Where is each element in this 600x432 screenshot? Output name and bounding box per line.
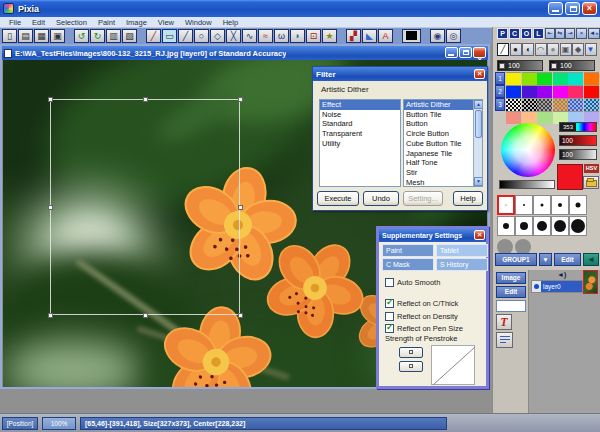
layer-visible-icon[interactable]: [534, 284, 539, 289]
menu-file[interactable]: File: [4, 18, 26, 27]
palette-color[interactable]: [537, 98, 552, 111]
execute-button[interactable]: Execute: [317, 191, 359, 206]
tab-s-history[interactable]: S History: [436, 258, 488, 271]
menu-edit[interactable]: Edit: [27, 18, 50, 27]
close-button[interactable]: ×: [582, 2, 597, 15]
brush-size-cell[interactable]: [515, 195, 533, 215]
palette-color[interactable]: [506, 111, 521, 124]
group-dropdown-arrow-icon[interactable]: ▼: [539, 253, 552, 266]
category-item[interactable]: Effect: [320, 100, 400, 110]
penstroke-decrease-button[interactable]: [399, 347, 423, 358]
group-collapse-icon[interactable]: ◄: [583, 253, 599, 266]
menu-window[interactable]: Window: [180, 18, 217, 27]
layer-thumbnail[interactable]: [583, 270, 598, 294]
filter-list[interactable]: Artistic DitherButton TileButtonCircle B…: [403, 99, 483, 187]
brush-size-cell[interactable]: [497, 216, 515, 236]
brush-size-cell[interactable]: [569, 216, 587, 236]
selection-handle[interactable]: [143, 97, 148, 102]
text-layer-icon[interactable]: T: [496, 314, 512, 330]
ink-drop-button[interactable]: ◗: [290, 29, 305, 43]
filter-item[interactable]: Japanese Tile: [404, 149, 473, 159]
deselect-button[interactable]: ╳: [226, 29, 241, 43]
mode-tab-l[interactable]: L: [533, 28, 544, 39]
mode-tab-p[interactable]: P: [497, 28, 508, 39]
draw-polygon-button[interactable]: ◇: [210, 29, 225, 43]
selection-handle[interactable]: [48, 97, 53, 102]
mode-tab-o[interactable]: O: [521, 28, 532, 39]
layer-value-box[interactable]: [496, 300, 526, 312]
palette-tab-1[interactable]: 1: [495, 72, 505, 85]
thickness-field[interactable]: 100: [497, 60, 543, 71]
document-title-bar[interactable]: E:\WA_TestFiles\Images\800-132_3215_RJ.j…: [2, 46, 488, 60]
brush-size-cell[interactable]: [551, 216, 569, 236]
density-field[interactable]: 100: [549, 60, 595, 71]
layer-row[interactable]: layer0: [531, 280, 583, 293]
supp-close-icon[interactable]: ×: [474, 230, 485, 240]
palette-color[interactable]: [522, 72, 537, 85]
undo-button[interactable]: Undo: [363, 191, 399, 206]
curve-select-button[interactable]: ∿: [242, 29, 257, 43]
save-file-button[interactable]: ▦: [34, 29, 49, 43]
filter-item[interactable]: Button Tile: [404, 110, 473, 120]
doc-restore-button[interactable]: [459, 47, 472, 58]
selection-handle[interactable]: [143, 313, 148, 318]
selection-rectangle[interactable]: [50, 99, 240, 315]
checkbox[interactable]: [385, 312, 394, 321]
s-curve-button[interactable]: ≈: [258, 29, 273, 43]
layer-list-icon[interactable]: [496, 332, 513, 348]
palette-tab-3[interactable]: 3: [495, 98, 505, 111]
filter-item[interactable]: Mesh: [404, 178, 473, 187]
supp-dialog-title-bar[interactable]: Supplementary Settings: [379, 229, 486, 242]
palette-color[interactable]: [568, 85, 583, 98]
layer-image-button[interactable]: Image: [496, 272, 526, 284]
saturation-bar[interactable]: 100: [559, 135, 597, 146]
palette-color[interactable]: [584, 85, 599, 98]
palette-color[interactable]: [553, 98, 568, 111]
copy-stamp-button[interactable]: ▣: [560, 43, 572, 56]
text-tool-button[interactable]: A: [378, 29, 393, 43]
new-file-button[interactable]: ▯: [2, 29, 17, 43]
minimize-button[interactable]: [548, 2, 563, 15]
copy-button[interactable]: ▥: [106, 29, 121, 43]
category-item[interactable]: Standard: [320, 119, 400, 129]
filter-close-icon[interactable]: ×: [474, 69, 485, 79]
filter-list-scrollbar[interactable]: ▲ ▼: [473, 100, 482, 186]
tab-tablet[interactable]: Tablet: [436, 244, 488, 257]
airbrush-button[interactable]: ▞: [346, 29, 361, 43]
scroll-down-icon[interactable]: ▼: [474, 177, 483, 186]
brush-size-cell[interactable]: [533, 195, 551, 215]
current-color-swatch[interactable]: [557, 164, 583, 190]
color-wheel[interactable]: [501, 123, 555, 177]
foreground-color-button[interactable]: [402, 29, 421, 43]
checkbox-row-reflect-on-density[interactable]: Reflect on Density: [385, 311, 458, 321]
palette-tab-2[interactable]: 2: [495, 85, 505, 98]
lasso-button[interactable]: ω: [274, 29, 289, 43]
palette-color[interactable]: [537, 72, 552, 85]
palette-color[interactable]: [568, 72, 583, 85]
filter-category-list[interactable]: EffectNoiseStandardTransparentUtility: [319, 99, 401, 187]
round-brush-button[interactable]: ●: [510, 43, 522, 56]
palette-color[interactable]: [553, 85, 568, 98]
restore-button[interactable]: [565, 2, 580, 15]
tab-paint[interactable]: Paint: [382, 244, 434, 257]
checkbox[interactable]: [385, 278, 394, 287]
checkbox-row-auto-smooth[interactable]: Auto Smooth: [385, 277, 440, 287]
arc-tool-button[interactable]: ◠: [535, 43, 547, 56]
panel-close-icon[interactable]: ×: [576, 28, 587, 39]
speaker-icon[interactable]: ◄): [557, 271, 566, 278]
palette-color[interactable]: [584, 98, 599, 111]
help-button[interactable]: Help: [453, 191, 483, 206]
palette-color[interactable]: [553, 72, 568, 85]
brush-size-cell[interactable]: [551, 195, 569, 215]
paste-button[interactable]: ▧: [122, 29, 137, 43]
dock-left-icon[interactable]: ⇤: [545, 28, 555, 39]
menu-paint[interactable]: Paint: [93, 18, 120, 27]
category-item[interactable]: Transparent: [320, 129, 400, 139]
checkbox[interactable]: ✓: [385, 299, 394, 308]
dock-right-icon[interactable]: ⇥: [565, 28, 575, 39]
soft-brush-button[interactable]: ●: [547, 43, 559, 56]
crop-button[interactable]: ⊡: [306, 29, 321, 43]
menu-image[interactable]: Image: [121, 18, 152, 27]
pen-tool-button[interactable]: ╱: [497, 43, 509, 56]
doc-close-button[interactable]: ×: [473, 47, 486, 58]
